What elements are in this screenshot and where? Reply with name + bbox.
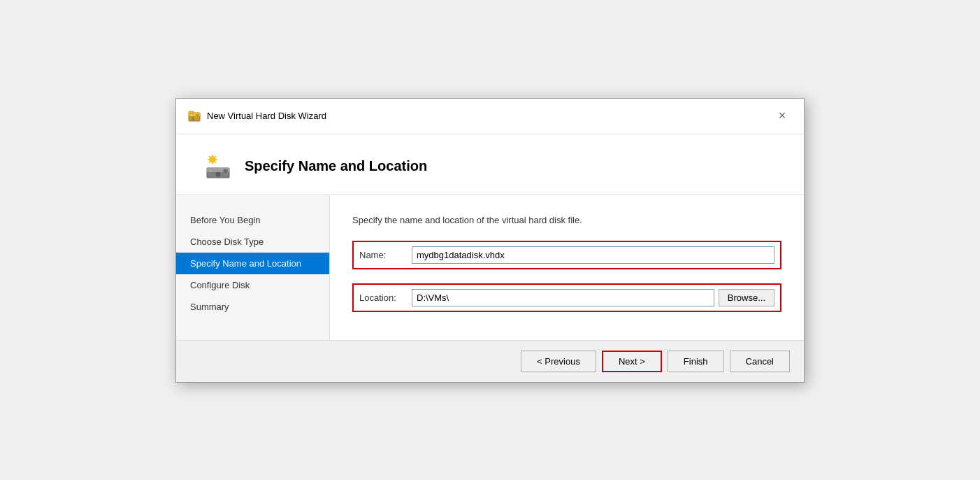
- svg-line-11: [209, 156, 210, 157]
- svg-rect-3: [191, 115, 192, 116]
- header-title: Specify Name and Location: [245, 158, 427, 174]
- svg-line-12: [215, 162, 217, 163]
- footer: < Previous Next > Finish Cancel: [176, 340, 804, 382]
- cancel-button[interactable]: Cancel: [730, 351, 790, 372]
- sidebar-item-before-you-begin[interactable]: Before You Begin: [176, 209, 329, 231]
- window-icon: [187, 109, 201, 123]
- svg-point-19: [216, 172, 220, 176]
- browse-button[interactable]: Browse...: [719, 289, 774, 306]
- name-field-row: Name:: [352, 241, 781, 269]
- svg-rect-17: [224, 169, 227, 172]
- close-button[interactable]: ×: [772, 106, 793, 127]
- main-body: Before You Begin Choose Disk Type Specif…: [176, 195, 804, 340]
- finish-button[interactable]: Finish: [668, 351, 724, 372]
- location-input[interactable]: [412, 289, 714, 306]
- header-section: Specify Name and Location: [176, 134, 804, 195]
- previous-button[interactable]: < Previous: [521, 351, 596, 372]
- sidebar-item-specify-name-location[interactable]: Specify Name and Location: [176, 253, 329, 274]
- location-label: Location:: [359, 292, 412, 303]
- content-description: Specify the name and location of the vir…: [352, 215, 781, 225]
- name-label: Name:: [359, 250, 412, 260]
- dialog-window: New Virtual Hard Disk Wizard ×: [175, 98, 805, 383]
- content-area: Specify the name and location of the vir…: [330, 195, 804, 340]
- svg-line-13: [209, 162, 210, 163]
- title-bar-left: New Virtual Hard Disk Wizard: [187, 109, 326, 123]
- svg-rect-2: [196, 114, 199, 116]
- sidebar-item-configure-disk[interactable]: Configure Disk: [176, 274, 329, 296]
- svg-point-5: [192, 118, 194, 120]
- next-button[interactable]: Next >: [602, 351, 662, 372]
- header-icon: [204, 154, 232, 179]
- sidebar-item-summary[interactable]: Summary: [176, 296, 329, 318]
- sidebar-item-choose-disk-type[interactable]: Choose Disk Type: [176, 231, 329, 253]
- svg-rect-4: [189, 111, 194, 113]
- name-input[interactable]: [412, 246, 774, 264]
- window-title: New Virtual Hard Disk Wizard: [207, 111, 326, 121]
- svg-rect-18: [210, 170, 211, 171]
- title-bar: New Virtual Hard Disk Wizard ×: [176, 99, 804, 134]
- location-field-row: Location: Browse...: [352, 283, 781, 312]
- sidebar: Before You Begin Choose Disk Type Specif…: [176, 195, 330, 340]
- svg-line-14: [215, 156, 217, 157]
